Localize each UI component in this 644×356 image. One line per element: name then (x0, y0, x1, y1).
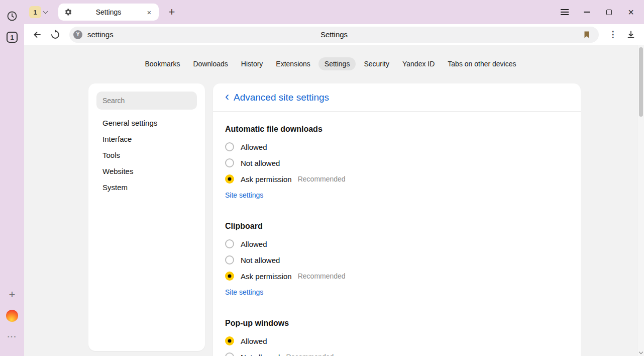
site-favicon-icon: Y (73, 30, 82, 39)
sidebar-item-interface[interactable]: Interface (88, 131, 205, 147)
settings-sidebar: General settings Interface Tools Website… (88, 83, 205, 351)
chevron-left-icon: ‹ (225, 91, 229, 103)
tab-group-count: 1 (29, 6, 41, 18)
sidebar-item-system[interactable]: System (88, 179, 205, 195)
nav-yandex-id[interactable]: Yandex ID (397, 57, 440, 70)
address-field[interactable]: Y settings Settings (69, 27, 599, 43)
scrollbar-thumb[interactable] (639, 47, 643, 117)
minimize-button[interactable] (576, 0, 598, 24)
bookmark-button[interactable] (580, 28, 594, 42)
radio-option-clipboard-not-allowed[interactable]: Not allowed (225, 252, 569, 268)
section-heading-popups: Pop-up windows (225, 319, 569, 328)
url-text: settings (87, 30, 114, 39)
radio-selected-icon[interactable] (225, 174, 234, 184)
recommended-note: Recommended (298, 175, 346, 183)
window-controls: × (554, 0, 642, 24)
chevron-down-icon (43, 9, 48, 14)
radio-label: Allowed (241, 240, 267, 248)
section-heading-clipboard: Clipboard (225, 222, 569, 231)
radio-unselected-icon[interactable] (225, 142, 234, 151)
bookmark-icon (583, 31, 591, 39)
kebab-icon: ⋮ (609, 29, 617, 40)
menu-button[interactable] (554, 0, 576, 24)
recommended-note: Recommended (286, 353, 334, 356)
radio-selected-icon[interactable] (225, 272, 234, 281)
tab-settings[interactable]: Settings × (58, 4, 159, 21)
radio-option-downloads-allowed[interactable]: Allowed (225, 139, 569, 155)
left-rail: 1 + ··· (0, 0, 24, 356)
radio-option-popups-not-allowed[interactable]: Not allowed Recommended (225, 349, 569, 356)
nav-settings[interactable]: Settings (318, 57, 356, 70)
sidebar-list: General settings Interface Tools Website… (88, 115, 205, 195)
settings-panel: ‹ Advanced site settings Automatic file … (213, 83, 581, 356)
radio-option-clipboard-allowed[interactable]: Allowed (225, 236, 569, 252)
radio-label: Not allowed (241, 256, 280, 264)
sidebar-item-websites[interactable]: Websites (88, 163, 205, 179)
nav-downloads[interactable]: Downloads (188, 57, 233, 70)
recommended-note: Recommended (298, 272, 346, 280)
minimize-icon (584, 12, 590, 13)
reload-button[interactable] (46, 26, 64, 44)
yandex-browser-button[interactable] (4, 308, 20, 324)
section-heading-downloads: Automatic file downloads (225, 125, 569, 134)
back-button[interactable] (28, 26, 46, 44)
radio-option-popups-allowed[interactable]: Allowed (225, 333, 569, 349)
tabs-panel-button[interactable]: 1 (4, 29, 20, 45)
nav-tabs-other-devices[interactable]: Tabs on other devices (443, 57, 521, 70)
radio-label: Ask permission (241, 175, 292, 184)
nav-history[interactable]: History (236, 57, 268, 70)
rail-new-tab-button[interactable]: + (4, 287, 20, 303)
history-button[interactable] (4, 8, 20, 24)
new-tab-button[interactable]: + (165, 6, 179, 19)
hamburger-icon (561, 9, 569, 15)
maximize-button[interactable] (598, 0, 620, 24)
plus-icon: + (169, 6, 175, 18)
radio-unselected-icon[interactable] (225, 158, 234, 167)
settings-page: Bookmarks Downloads History Extensions S… (24, 45, 644, 356)
radio-option-clipboard-ask-permission[interactable]: Ask permission Recommended (225, 268, 569, 284)
settings-sections: Automatic file downloads Allowed Not all… (213, 125, 581, 356)
yandex-browser-logo-icon (6, 310, 18, 322)
more-actions-button[interactable]: ⋮ (604, 26, 622, 44)
page-title-center: Settings (320, 30, 348, 39)
radio-selected-icon[interactable] (225, 336, 234, 345)
close-button[interactable]: × (620, 0, 642, 24)
radio-label: Not allowed (241, 353, 280, 356)
radio-unselected-icon[interactable] (225, 255, 234, 264)
site-settings-link-clipboard[interactable]: Site settings (225, 288, 263, 296)
downloads-button[interactable] (622, 26, 640, 44)
radio-unselected-icon[interactable] (225, 352, 234, 356)
site-settings-link-downloads[interactable]: Site settings (225, 191, 263, 199)
radio-label: Allowed (241, 337, 267, 345)
settings-top-nav: Bookmarks Downloads History Extensions S… (24, 57, 637, 70)
radio-option-downloads-not-allowed[interactable]: Not allowed (225, 155, 569, 171)
scroll-down-arrow-icon[interactable] (638, 350, 642, 354)
plus-icon: + (9, 289, 16, 300)
nav-security[interactable]: Security (359, 57, 394, 70)
close-icon: × (628, 7, 634, 17)
ellipsis-icon: ··· (8, 332, 17, 341)
clock-icon (6, 10, 18, 22)
page-title: Advanced site settings (234, 92, 329, 103)
tab-count-badge: 1 (7, 32, 18, 43)
radio-label: Not allowed (241, 159, 280, 167)
nav-bookmarks[interactable]: Bookmarks (140, 57, 185, 70)
radio-label: Allowed (241, 143, 267, 151)
download-icon (626, 30, 635, 39)
panel-header: ‹ Advanced site settings (213, 83, 581, 112)
tab-group-chip[interactable]: 1 (29, 6, 47, 18)
maximize-icon (606, 10, 612, 15)
close-icon: × (147, 8, 152, 17)
radio-option-downloads-ask-permission[interactable]: Ask permission Recommended (225, 171, 569, 187)
sidebar-item-general-settings[interactable]: General settings (88, 115, 205, 131)
rail-more-button[interactable]: ··· (4, 329, 20, 345)
radio-unselected-icon[interactable] (225, 239, 234, 248)
sidebar-item-tools[interactable]: Tools (88, 147, 205, 163)
advanced-site-settings-back-link[interactable]: ‹ Advanced site settings (225, 92, 329, 103)
scrollbar[interactable] (637, 45, 644, 356)
back-arrow-icon (32, 30, 42, 40)
nav-extensions[interactable]: Extensions (271, 57, 315, 70)
tab-close-button[interactable]: × (145, 8, 154, 17)
search-input[interactable] (96, 92, 197, 110)
tab-title: Settings (72, 8, 145, 16)
